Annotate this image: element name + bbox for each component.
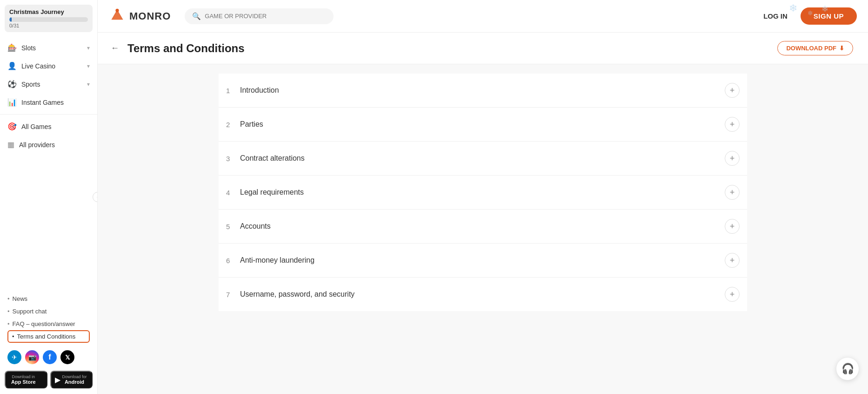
download-pdf-icon: ⬇	[839, 45, 844, 52]
toc-label: Parties	[240, 120, 725, 129]
instant-games-icon: 📊	[7, 98, 17, 107]
christmas-progress-fill	[9, 17, 12, 22]
svg-point-2	[115, 8, 119, 12]
support-chat-bubble[interactable]: 🎧	[836, 358, 859, 380]
toc-label: Accounts	[240, 222, 725, 231]
sidebar-item-all-games-label: All Games	[21, 123, 90, 130]
toc-item[interactable]: 6 Anti-money laundering +	[219, 244, 747, 278]
toc-section: 1 Introduction + 2 Parties + 3 Contract …	[219, 74, 747, 311]
sidebar-link-news[interactable]: News	[7, 292, 90, 305]
toc-number: 2	[226, 121, 240, 129]
logo-text: MONRO	[129, 10, 171, 22]
toc-expand-button[interactable]: +	[725, 287, 740, 302]
sidebar-item-live-casino-label: Live Casino	[21, 62, 87, 70]
page-header-left: ← Terms and Conditions	[109, 41, 245, 55]
sidebar-item-slots[interactable]: 🎰 Slots ▾	[0, 39, 97, 57]
toc-number: 3	[226, 155, 240, 163]
toc-container: 1 Introduction + 2 Parties + 3 Contract …	[204, 64, 762, 320]
social-instagram-button[interactable]: 📷	[25, 350, 39, 364]
download-pdf-label: DOWNLOAD PDF	[786, 45, 836, 52]
social-x-button[interactable]: 𝕏	[60, 350, 74, 364]
social-links-row: ✈ 📷 f 𝕏	[0, 346, 97, 368]
all-games-icon: 🎯	[7, 122, 17, 131]
toc-number: 1	[226, 87, 240, 95]
download-pdf-button[interactable]: DOWNLOAD PDF ⬇	[777, 41, 853, 55]
christmas-progress-bar	[9, 17, 88, 22]
toc-item[interactable]: 7 Username, password, and security +	[219, 278, 747, 311]
sidebar-link-support-chat[interactable]: Support chat	[7, 305, 90, 318]
all-providers-icon: ▦	[7, 140, 14, 149]
search-input[interactable]	[205, 13, 326, 20]
toc-expand-button[interactable]: +	[725, 151, 740, 166]
support-headset-icon: 🎧	[841, 363, 854, 375]
slots-chevron-icon: ▾	[87, 45, 90, 51]
sidebar-item-all-games[interactable]: 🎯 All Games	[0, 117, 97, 136]
sidebar-link-faq[interactable]: FAQ – question/answer	[7, 318, 90, 330]
toc-number: 7	[226, 291, 240, 299]
toc-item[interactable]: 3 Contract alterations +	[219, 142, 747, 176]
header: MONRO ❄ ❄ ❄ 🔍 LOG IN SIGN UP	[98, 0, 868, 33]
signup-button[interactable]: SIGN UP	[801, 7, 857, 25]
sidebar-item-sports[interactable]: ⚽ Sports ▾	[0, 75, 97, 93]
content-area: ← Terms and Conditions DOWNLOAD PDF ⬇ 1 …	[98, 33, 868, 394]
sidebar-item-instant-games-label: Instant Games	[21, 99, 90, 106]
toc-number: 6	[226, 257, 240, 265]
sidebar-item-live-casino[interactable]: 👤 Live Casino ▾	[0, 57, 97, 75]
app-download-buttons: Download in App Store ▶ Download for And…	[0, 368, 97, 394]
social-facebook-button[interactable]: f	[43, 350, 57, 364]
sidebar-links-section: News Support chat FAQ – question/answer …	[0, 289, 97, 346]
search-bar[interactable]: 🔍	[185, 8, 334, 24]
toc-item[interactable]: 5 Accounts +	[219, 210, 747, 244]
toc-label: Introduction	[240, 86, 725, 95]
live-casino-chevron-icon: ▾	[87, 63, 90, 69]
toc-item[interactable]: 1 Introduction +	[219, 74, 747, 108]
toc-number: 5	[226, 223, 240, 231]
sidebar-item-slots-label: Slots	[21, 44, 87, 52]
sports-chevron-icon: ▾	[87, 81, 90, 88]
sidebar-item-all-providers[interactable]: ▦ All providers	[0, 136, 97, 154]
nav-divider-1	[0, 114, 97, 115]
appstore-button[interactable]: Download in App Store	[5, 371, 47, 388]
sidebar-item-sports-label: Sports	[21, 81, 87, 88]
toc-item[interactable]: 2 Parties +	[219, 108, 747, 142]
slots-icon: 🎰	[7, 43, 17, 52]
sports-icon: ⚽	[7, 80, 17, 88]
android-icon: ▶	[55, 375, 60, 384]
social-telegram-button[interactable]: ✈	[7, 350, 21, 364]
page-title: Terms and Conditions	[127, 42, 245, 55]
toc-expand-button[interactable]: +	[725, 185, 740, 200]
toc-number: 4	[226, 189, 240, 197]
toc-item[interactable]: 4 Legal requirements +	[219, 176, 747, 210]
toc-label: Anti-money laundering	[240, 256, 725, 265]
toc-expand-button[interactable]: +	[725, 83, 740, 98]
sidebar: Christmas Journey 0/31 ‹ 🎰 Slots ▾ 👤 Liv…	[0, 0, 98, 394]
toc-expand-button[interactable]: +	[725, 253, 740, 268]
live-casino-icon: 👤	[7, 61, 17, 70]
main-area: MONRO ❄ ❄ ❄ 🔍 LOG IN SIGN UP ← Terms and…	[98, 0, 868, 394]
christmas-banner-title: Christmas Journey	[9, 8, 88, 15]
toc-expand-button[interactable]: +	[725, 117, 740, 132]
page-header: ← Terms and Conditions DOWNLOAD PDF ⬇	[98, 33, 868, 64]
sidebar-navigation: 🎰 Slots ▾ 👤 Live Casino ▾ ⚽ Sports ▾ 📊 I…	[0, 35, 97, 289]
logo-icon	[109, 8, 126, 25]
christmas-progress-label: 0/31	[9, 23, 88, 28]
back-button[interactable]: ←	[109, 41, 121, 55]
android-button[interactable]: ▶ Download for Android	[50, 371, 93, 388]
search-icon: 🔍	[192, 12, 201, 20]
login-button[interactable]: LOG IN	[758, 8, 793, 24]
toc-expand-button[interactable]: +	[725, 219, 740, 234]
logo-area[interactable]: MONRO	[109, 8, 171, 25]
sidebar-item-all-providers-label: All providers	[19, 141, 90, 149]
sidebar-item-instant-games[interactable]: 📊 Instant Games	[0, 93, 97, 111]
sidebar-link-terms[interactable]: Terms and Conditions	[7, 330, 90, 343]
toc-label: Username, password, and security	[240, 290, 725, 299]
toc-label: Legal requirements	[240, 188, 725, 197]
christmas-journey-banner[interactable]: Christmas Journey 0/31	[5, 5, 93, 32]
toc-label: Contract alterations	[240, 154, 725, 163]
